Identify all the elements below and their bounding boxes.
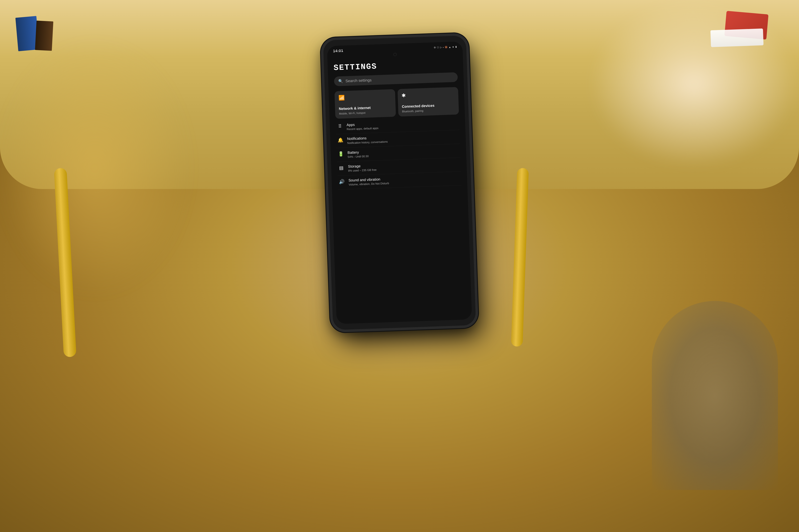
bell-icon: 🔔: [337, 137, 344, 143]
search-icon: 🔍: [338, 79, 343, 83]
books: [13, 17, 80, 59]
phone-screen: 14:01 ⚙ ⬡ ▷ • 🔕 ▲ ▼ ▮: [327, 41, 472, 324]
wifi-status-icon: ▼: [452, 45, 454, 48]
connected-card-title: Connected devices: [402, 103, 455, 109]
status-time: 14:01: [333, 49, 343, 53]
battery-content: Battery 54% - Until 00:30: [348, 147, 460, 158]
dot-separator: •: [443, 46, 444, 49]
search-placeholder: Search settings: [345, 78, 372, 83]
mute-icon: 🔕: [445, 46, 448, 49]
battery-status-icon: ▮: [455, 45, 456, 48]
notifications-content: Notifications Notification history, conv…: [347, 133, 459, 145]
phone-body: 14:01 ⚙ ⬡ ▷ • 🔕 ▲ ▼ ▮: [323, 36, 476, 330]
settings-dot-icon: ⚙: [434, 46, 436, 49]
network-card-title: Network & internet: [339, 105, 392, 111]
qr-icon: ⬡: [437, 46, 439, 49]
search-bar[interactable]: 🔍 Search settings: [334, 72, 458, 86]
person-silhouette: [652, 301, 778, 490]
storage-content: Storage 8% used – 235 GB free: [348, 161, 460, 172]
right-items: [683, 13, 767, 76]
battery-icon: 🔋: [338, 151, 344, 157]
apps-content: Apps Recent apps, default apps: [346, 119, 458, 131]
storage-icon: ▤: [338, 165, 345, 171]
white-item: [710, 28, 764, 47]
signal-icon: ▲: [449, 46, 451, 48]
bg-blur-left: [0, 42, 189, 294]
page-title: SETTINGS: [333, 59, 457, 72]
connected-card-subtitle: Bluetooth, pairing: [402, 108, 455, 113]
network-internet-card[interactable]: 📶 Network & internet Mobile, Wi-Fi, hots…: [334, 89, 396, 119]
cast-icon: ▷: [440, 46, 442, 49]
status-icons: ⚙ ⬡ ▷ • 🔕 ▲ ▼ ▮: [434, 45, 457, 49]
apps-icon: ⠿: [337, 124, 343, 129]
cards-grid: 📶 Network & internet Mobile, Wi-Fi, hots…: [334, 87, 459, 119]
bluetooth-icon: ✱: [401, 91, 455, 99]
settings-content: SETTINGS 🔍 Search settings 📶 Network & i…: [327, 55, 468, 194]
phone-wrapper: 14:01 ⚙ ⬡ ▷ • 🔕 ▲ ▼ ▮: [323, 36, 476, 330]
sound-content: Sound and vibration Volume, vibration, D…: [348, 174, 460, 186]
wifi-icon: 📶: [338, 93, 392, 101]
camera-cutout: [393, 53, 397, 56]
settings-list: ⠿ Apps Recent apps, default apps 🔔 Notif…: [335, 116, 461, 190]
connected-devices-card[interactable]: ✱ Connected devices Bluetooth, pairing: [397, 87, 459, 117]
network-card-subtitle: Mobile, Wi-Fi, hotspot: [339, 110, 392, 115]
book-2: [35, 21, 53, 51]
sound-icon: 🔊: [338, 179, 345, 185]
